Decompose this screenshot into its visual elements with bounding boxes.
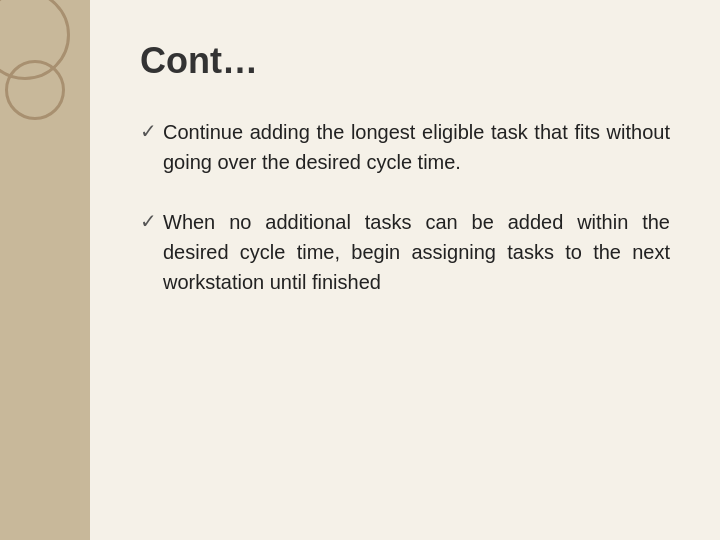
left-sidebar (0, 0, 90, 540)
decorative-circle-small (5, 60, 65, 120)
bullet-text-2: When no additional tasks can be added wi… (163, 207, 670, 297)
bullet-item-2: ✓ When no additional tasks can be added … (140, 207, 670, 297)
page-title: Cont… (140, 40, 670, 82)
checkmark-icon-2: ✓ (140, 209, 157, 233)
main-content: Cont… ✓ Continue adding the longest elig… (90, 0, 720, 540)
checkmark-icon-1: ✓ (140, 119, 157, 143)
bullet-text-1: Continue adding the longest eligible tas… (163, 117, 670, 177)
bullet-item-1: ✓ Continue adding the longest eligible t… (140, 117, 670, 177)
